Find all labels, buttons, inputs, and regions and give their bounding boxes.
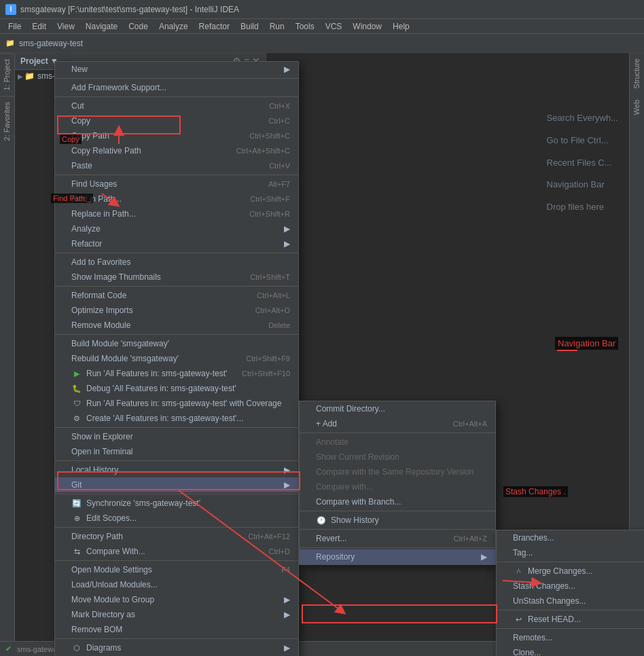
ctx-copy-relative-path[interactable]: Copy Relative Path Ctrl+Alt+Shift+C (55, 143, 298, 158)
menu-analyze[interactable]: Analyze (154, 20, 194, 33)
clock-icon: 🕐 (316, 515, 327, 526)
ctx-rebuild-module[interactable]: Rebuild Module 'smsgateway' Ctrl+Shift+F… (55, 351, 298, 366)
repo-merge[interactable]: ⑃ Merge Changes... (497, 564, 644, 579)
sidebar-item-project[interactable]: 1: Project (0, 53, 14, 96)
right-tab-structure[interactable]: Structure (630, 53, 643, 94)
ctx-remove-bom[interactable]: Remove BOM (55, 622, 298, 637)
git-annotate[interactable]: Annotate (300, 435, 495, 450)
ctx-paste[interactable]: Paste Ctrl+V (55, 158, 298, 173)
ctx-move-module-group[interactable]: Move Module to Group ▶ (55, 592, 298, 607)
ctx-show-explorer[interactable]: Show in Explorer (55, 429, 298, 444)
project-title: Project ▼ (20, 56, 58, 66)
sync-icon: 🔄 (71, 498, 82, 509)
diagram-icon: ⬡ (71, 642, 82, 653)
window-title: smsgateway [F:\unitest\test\sms-gateway-… (20, 5, 239, 14)
menu-refactor[interactable]: Refactor (194, 20, 235, 33)
ctx-optimize-imports[interactable]: Optimize Imports Ctrl+Alt+O (55, 303, 298, 318)
menu-file[interactable]: File (3, 20, 26, 33)
right-tab-web[interactable]: Web (630, 94, 643, 120)
ctx-git[interactable]: Git ▶ (55, 477, 298, 492)
ctx-new[interactable]: New ▶ (55, 62, 298, 77)
ctx-find-usages[interactable]: Find Usages Alt+F7 (55, 177, 298, 192)
menu-run[interactable]: Run (264, 20, 290, 33)
git-compare-with[interactable]: Compare with... (300, 479, 495, 494)
menu-tools[interactable]: Tools (290, 20, 320, 33)
ctx-create-all-features[interactable]: ⚙ Create 'All Features in: sms-gateway-t… (55, 411, 298, 426)
debug-icon: 🐛 (71, 383, 82, 394)
navigation-bar-hint: Navigation Bar (541, 174, 624, 196)
recent-files-hint: Recent Files C... (541, 152, 624, 175)
ctx-load-modules[interactable]: Load/Unload Modules... (55, 577, 298, 592)
git-commit-dir[interactable]: Commit Directory... (300, 401, 495, 416)
menu-vcs[interactable]: VCS (320, 20, 348, 33)
ctx-add-framework[interactable]: Add Framework Support... (55, 80, 298, 95)
ctx-run-all-features[interactable]: ▶ Run 'All Features in: sms-gateway-test… (55, 366, 298, 381)
drop-files-hint: Drop files here (541, 196, 624, 219)
go-to-file-hint: Go to File Ctrl... (541, 130, 624, 152)
ctx-add-favorites[interactable]: Add to Favorites (55, 255, 298, 270)
menu-build[interactable]: Build (235, 20, 264, 33)
ctx-local-history[interactable]: Local History ▶ (55, 462, 298, 477)
git-submenu: Commit Directory... + Add Ctrl+Alt+A Ann… (299, 401, 496, 565)
context-menu: New ▶ Add Framework Support... Cut Ctrl+… (54, 61, 299, 656)
ctx-reformat-code[interactable]: Reformat Code Ctrl+Alt+L (55, 288, 298, 303)
ctx-mark-directory[interactable]: Mark Directory as ▶ (55, 607, 298, 622)
git-show-history[interactable]: 🕐 Show History (300, 513, 495, 528)
repo-stash-changes[interactable]: Stash Changes... (497, 579, 644, 594)
status-indicator: ✔ (5, 644, 12, 653)
ctx-refactor[interactable]: Refactor ▶ (55, 236, 298, 251)
repository-submenu: Branches... Tag... ⑃ Merge Changes... St… (496, 530, 644, 656)
repo-unstash[interactable]: UnStash Changes... (497, 594, 644, 608)
menu-view[interactable]: View (52, 20, 80, 33)
ctx-remove-module[interactable]: Remove Module Delete (55, 318, 298, 333)
scope-icon: ⊕ (71, 513, 82, 524)
menu-bar: File Edit View Navigate Code Analyze Ref… (0, 19, 644, 34)
git-revert[interactable]: Revert... Ctrl+Alt+Z (300, 531, 495, 546)
repo-clone[interactable]: Clone... (497, 645, 644, 656)
ctx-diagrams[interactable]: ⬡ Diagrams ▶ (55, 640, 298, 655)
app-icon: I (5, 4, 16, 15)
hints-panel: Search Everywh... Go to File Ctrl... Rec… (541, 107, 624, 219)
ctx-build-module[interactable]: Build Module 'smsgateway' (55, 336, 298, 351)
create-icon: ⚙ (71, 413, 82, 424)
repo-branches[interactable]: Branches... (497, 530, 644, 545)
project-label: sms-gateway-test (19, 39, 83, 48)
compare-icon: ⇆ (71, 546, 82, 557)
ctx-replace-in-path[interactable]: Replace in Path... Ctrl+Shift+R (55, 206, 298, 221)
repo-tag[interactable]: Tag... (497, 545, 644, 560)
coverage-icon: 🛡 (71, 398, 82, 409)
project-toolbar: 📁 sms-gateway-test (0, 34, 644, 53)
merge-icon: ⑃ (513, 566, 524, 577)
ctx-open-terminal[interactable]: Open in Terminal (55, 444, 298, 459)
ctx-show-thumbnails[interactable]: Show Image Thumbnails Ctrl+Shift+T (55, 270, 298, 285)
ctx-synchronize[interactable]: 🔄 Synchronize 'sms-gateway-test' (55, 496, 298, 511)
git-repository[interactable]: Repository ▶ (300, 549, 495, 564)
repo-reset-head[interactable]: ↩ Reset HEAD... (497, 612, 644, 627)
ctx-copy-path[interactable]: Copy Path Ctrl+Shift+C (55, 128, 298, 143)
menu-code[interactable]: Code (123, 20, 154, 33)
repo-remotes[interactable]: Remotes... (497, 630, 644, 645)
ctx-find-in-path[interactable]: Find in Path... Ctrl+Shift+F (55, 192, 298, 206)
git-compare-branch[interactable]: Compare with Branch... (300, 494, 495, 509)
sidebar-item-favorites[interactable]: 2: Favorites (0, 96, 14, 146)
left-tabs: 1: Project 2: Favorites (0, 53, 15, 656)
git-compare-same[interactable]: Compare with the Same Repository Version (300, 464, 495, 479)
ctx-dir-path[interactable]: Directory Path Ctrl+Alt+F12 (55, 529, 298, 544)
reset-icon: ↩ (513, 614, 524, 625)
menu-navigate[interactable]: Navigate (80, 20, 123, 33)
ctx-run-coverage[interactable]: 🛡 Run 'All Features in: sms-gateway-test… (55, 396, 298, 411)
ctx-cut[interactable]: Cut Ctrl+X (55, 98, 298, 113)
ctx-edit-scopes[interactable]: ⊕ Edit Scopes... (55, 511, 298, 526)
menu-edit[interactable]: Edit (26, 20, 52, 33)
ctx-compare-with[interactable]: ⇆ Compare With... Ctrl+D (55, 544, 298, 559)
ctx-analyze[interactable]: Analyze ▶ (55, 221, 298, 236)
menu-window[interactable]: Window (347, 20, 387, 33)
run-icon: ▶ (71, 368, 82, 379)
ctx-debug-all-features[interactable]: 🐛 Debug 'All Features in: sms-gateway-te… (55, 381, 298, 396)
git-show-revision[interactable]: Show Current Revision (300, 450, 495, 464)
menu-help[interactable]: Help (387, 20, 415, 33)
git-add[interactable]: + Add Ctrl+Alt+A (300, 416, 495, 431)
ctx-copy[interactable]: Copy Ctrl+C (55, 113, 298, 128)
search-everywhere-hint: Search Everywh... (541, 107, 624, 130)
ctx-module-settings[interactable]: Open Module Settings F4 (55, 562, 298, 577)
